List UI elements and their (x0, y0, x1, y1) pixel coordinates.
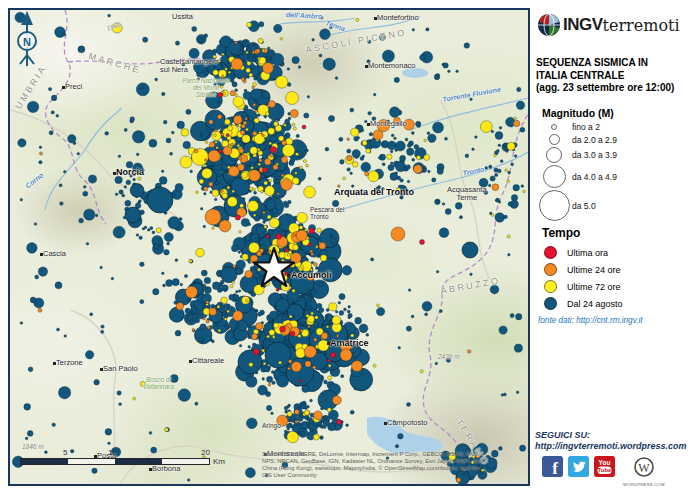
epicenter-dot (274, 249, 277, 252)
epicenter-dot (170, 152, 173, 155)
epicenter-dot (320, 250, 328, 258)
epicenter-dot (248, 223, 251, 226)
epicenter-dot (320, 29, 331, 40)
epicenter-dot (310, 280, 329, 299)
epicenter-dot (229, 139, 236, 146)
epicenter-dot (268, 155, 274, 161)
epicenter-dot (297, 236, 300, 239)
epicenter-dot (291, 260, 294, 263)
svg-text:W: W (638, 461, 650, 475)
epicenter-dot (296, 308, 305, 317)
epicenter-dot (343, 322, 355, 334)
epicenter-dot (260, 74, 263, 77)
epicenter-dot (290, 247, 296, 253)
epicenter-dot (79, 218, 84, 223)
epicenter-dot (227, 136, 232, 141)
epicenter-dot (254, 169, 257, 172)
epicenter-dot (243, 142, 257, 156)
epicenter-dot (253, 174, 266, 187)
epicenter-dot (304, 328, 312, 336)
epicenter-dot (268, 328, 285, 345)
epicenter-dot (277, 166, 280, 169)
epicenter-dot (172, 279, 179, 286)
epicenter-dot (295, 410, 298, 413)
epicenter-dot (395, 161, 405, 171)
epicenter-dot (289, 251, 292, 254)
epicenter-dot (119, 190, 123, 194)
epicenter-dot (203, 302, 211, 310)
epicenter-dot (227, 141, 234, 148)
epicenter-dot (277, 237, 288, 248)
epicenter-dot (57, 328, 60, 331)
epicenter-dot (299, 333, 302, 336)
epicenter-dot (203, 308, 210, 315)
epicenter-dot (237, 320, 248, 331)
epicenter-dot (346, 424, 349, 427)
epicenter-dot (195, 327, 212, 344)
epicenter-dot (327, 359, 330, 362)
epicenter-dot (260, 274, 267, 281)
map-label: Castelsantangelo sul Nera (160, 58, 218, 74)
epicenter-dot (489, 165, 492, 168)
epicenter-dot (265, 330, 272, 337)
epicenter-dot (294, 281, 305, 292)
epicenter-dot (246, 43, 260, 57)
epicenter-dot (281, 326, 290, 335)
follow-us-url[interactable]: http://ingvterremoti.wordpress.com (535, 441, 687, 452)
epicenter-dot (239, 48, 244, 53)
magnitude-size-circle (546, 147, 562, 163)
epicenter-dot (283, 174, 295, 186)
epicenter-dot (255, 251, 264, 260)
epicenter-dot (245, 116, 255, 126)
epicenter-dot (313, 351, 316, 354)
epicenter-dot (216, 132, 219, 135)
epicenter-dot (268, 162, 271, 165)
epicenter-dot (299, 416, 302, 419)
epicenter-dot (241, 181, 247, 187)
epicenter-dot (230, 168, 233, 171)
epicenter-dot (216, 147, 219, 150)
title-line: (agg. 23 settembre ore 12:00) (536, 82, 674, 95)
epicenter-dot (288, 367, 291, 370)
epicenter-dot (302, 329, 318, 345)
epicenter-dot (147, 229, 150, 232)
epicenter-dot (243, 121, 247, 125)
facebook-icon[interactable]: f (542, 456, 563, 477)
epicenter-dot (264, 161, 267, 164)
epicenter-dot (232, 150, 240, 158)
epicenter-dot (263, 340, 278, 355)
magnitude-legend-row: fino a 2 (536, 122, 696, 132)
epicenter-dot (317, 342, 320, 345)
epicenter-dot (269, 120, 278, 129)
epicenter-dot (433, 122, 444, 133)
epicenter-dot (278, 54, 281, 57)
magnitude-legend-label: fino a 2 (572, 122, 600, 132)
epicenter-dot (239, 230, 242, 233)
wordpress-icon[interactable]: W WORDPRESS.COM (623, 456, 665, 487)
epicenter-dot (301, 431, 305, 435)
epicenter-dot (256, 133, 259, 136)
epicenter-dot (259, 159, 262, 162)
epicenter-dot (281, 330, 287, 336)
epicenter-dot (234, 148, 238, 152)
epicenter-dot (236, 363, 255, 382)
epicenter-dot (330, 317, 340, 327)
twitter-icon[interactable] (568, 456, 589, 477)
epicenter-dot (329, 303, 337, 311)
epicenter-dot (285, 323, 292, 330)
epicenter-dot (39, 146, 42, 149)
epicenter-dot (251, 234, 260, 243)
epicenter-dot (290, 372, 296, 378)
epicenter-dot (437, 164, 444, 171)
epicenter-dot (264, 324, 271, 331)
epicenter-dot (316, 303, 322, 309)
epicenter-dot (292, 56, 299, 63)
epicenter-dot (239, 236, 259, 256)
epicenter-dot (305, 258, 309, 262)
epicenter-dot (288, 252, 292, 256)
epicenter-dot (231, 61, 236, 66)
epicenter-dot (304, 287, 309, 292)
epicenter-dot (496, 198, 500, 202)
youtube-icon[interactable]: You Tube (594, 456, 615, 477)
scale-tick: 10 (108, 448, 117, 457)
